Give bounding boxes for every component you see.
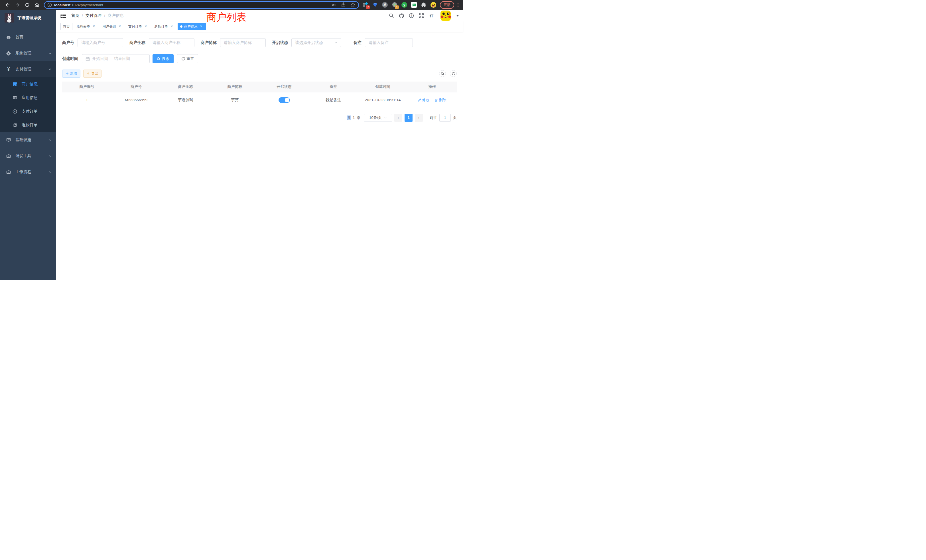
tags-view: 首页 流程表单 用户分组 支付订单 退款订单 商户信息 <box>56 21 463 32</box>
tab-label: 退款订单 <box>154 24 168 29</box>
export-button[interactable]: 导出 <box>83 70 101 77</box>
close-icon[interactable] <box>199 24 203 29</box>
bookmark-star-icon[interactable] <box>350 2 356 8</box>
refresh-table-button[interactable] <box>450 70 457 77</box>
fullscreen-button[interactable] <box>419 13 424 18</box>
home-icon <box>34 2 39 8</box>
share-icon[interactable] <box>341 2 346 8</box>
page-size-value: 10条/页 <box>369 115 382 120</box>
extension-gray-circle-icon[interactable]: 1 <box>392 2 398 8</box>
page-1-button[interactable]: 1 <box>404 114 413 122</box>
delete-link[interactable]: 删除 <box>434 97 446 103</box>
github-link[interactable] <box>399 13 404 18</box>
close-icon[interactable] <box>169 24 174 29</box>
puzzle-glyph <box>421 2 427 8</box>
svg-text:i: i <box>49 3 50 6</box>
add-button[interactable]: 新增 <box>62 70 80 77</box>
filter-row-1: 商户号 请输入商户号 商户全称 请输入商户全称 商户简称 请输入商户简称 开启状… <box>62 38 457 47</box>
tab-merchant-info[interactable]: 商户信息 <box>178 23 206 30</box>
show-search-toggle-button[interactable] <box>439 70 446 77</box>
close-icon[interactable] <box>92 24 96 29</box>
breadcrumb-pay[interactable]: 支付管理 <box>86 13 101 18</box>
sidebar-item-pay-order[interactable]: ¥ 支付订单 <box>0 104 56 118</box>
sidebar-item-home[interactable]: 首页 <box>0 29 56 45</box>
sidebar-item-label: 应用信息 <box>22 95 38 100</box>
refresh-icon <box>452 72 455 76</box>
close-icon[interactable] <box>144 24 148 29</box>
browser-home-button[interactable] <box>32 1 42 9</box>
password-key-icon[interactable] <box>331 2 336 8</box>
tab-process-form[interactable]: 流程表单 <box>74 23 98 30</box>
grid-icon <box>12 95 17 100</box>
sidebar-item-merchant-info[interactable]: 商户信息 <box>0 77 56 91</box>
close-icon[interactable] <box>118 24 122 29</box>
extension-chat-icon[interactable] <box>411 2 417 8</box>
search-button[interactable]: 搜索 <box>153 54 174 63</box>
sidebar-item-pay[interactable]: ¥ 支付管理 <box>0 61 56 77</box>
sidebar-item-refund-order[interactable]: 退款订单 <box>0 118 56 132</box>
merchant-no-input[interactable]: 请输入商户号 <box>77 38 123 47</box>
sidebar-item-app-info[interactable]: 应用信息 <box>0 91 56 104</box>
browser-reload-button[interactable] <box>22 1 32 9</box>
status-select[interactable]: 请选择开启状态 <box>291 38 341 47</box>
cell-merchant-id: 1 <box>62 92 112 108</box>
avatar-caret-icon[interactable] <box>456 15 459 17</box>
extension-emoji-icon[interactable] <box>430 2 436 8</box>
app-logo[interactable]: 芋道管理系统 <box>0 10 56 26</box>
breadcrumb-home[interactable]: 首页 <box>71 13 79 18</box>
extension-y-icon[interactable]: y <box>401 2 407 8</box>
reload-icon <box>24 2 30 8</box>
github-icon <box>399 13 404 18</box>
goto-page-input[interactable] <box>439 114 451 122</box>
search-icon <box>441 72 445 76</box>
page-size-select[interactable]: 10条/页 <box>364 114 392 122</box>
extensions-puzzle-icon[interactable] <box>421 2 427 8</box>
storefront-icon <box>12 82 17 86</box>
cell-short-name: 芋艿 <box>210 92 259 108</box>
browser-menu-button[interactable] <box>456 3 460 7</box>
header-search-button[interactable] <box>389 13 394 18</box>
status-toggle-on[interactable] <box>278 97 290 103</box>
tab-pay-order[interactable]: 支付订单 <box>126 23 150 30</box>
col-full-name: 商户全称 <box>161 82 210 92</box>
extension-blue-diamond-icon[interactable]: 10 <box>362 2 369 8</box>
reset-button[interactable]: 重置 <box>177 54 198 63</box>
short-name-input[interactable]: 请输入商户简称 <box>220 38 266 47</box>
placeholder: 请输入商户全称 <box>153 40 180 45</box>
browser-update-button[interactable]: 更新 <box>440 1 454 9</box>
prev-page-button[interactable]: ‹ <box>394 114 402 122</box>
sidebar-item-dev-tools[interactable]: 研发工具 <box>0 148 56 164</box>
extension-command-icon[interactable]: ⌘ <box>382 2 388 8</box>
refresh-icon <box>181 57 185 61</box>
delete-label: 删除 <box>439 97 446 103</box>
remark-input[interactable]: 请输入备注 <box>365 38 413 47</box>
site-info-icon[interactable]: i <box>47 3 52 7</box>
help-button[interactable]: ? <box>409 13 414 18</box>
edit-link[interactable]: 修改 <box>418 97 430 103</box>
sidebar-item-system[interactable]: 系统管理 <box>0 45 56 61</box>
sidebar-item-workflow[interactable]: 工作流程 <box>0 164 56 180</box>
full-name-input[interactable]: 请输入商户全称 <box>149 38 194 47</box>
tab-user-group[interactable]: 用户分组 <box>100 23 124 30</box>
browser-back-button[interactable] <box>3 1 12 9</box>
search-icon <box>389 13 394 18</box>
next-page-button[interactable]: › <box>415 114 423 122</box>
extension-paraglider-icon[interactable] <box>372 2 378 8</box>
font-size-button[interactable]: tT <box>429 13 434 18</box>
tab-home[interactable]: 首页 <box>61 23 73 30</box>
cell-full-name: 芋道源码 <box>161 92 210 108</box>
sidebar-item-infra[interactable]: 基础设施 <box>0 132 56 148</box>
svg-text:?: ? <box>410 14 412 17</box>
edit-label: 修改 <box>422 97 430 103</box>
address-bar[interactable]: i localhost:1024/pay/merchant <box>44 1 359 9</box>
toolbox-icon <box>6 154 11 158</box>
date-range-picker[interactable]: 开始日期 - 结束日期 <box>82 54 150 63</box>
edit-pencil-icon <box>418 98 421 102</box>
user-avatar[interactable] <box>440 11 451 21</box>
browser-forward-button[interactable] <box>12 1 22 9</box>
tab-refund-order[interactable]: 退款订单 <box>152 23 176 30</box>
sidebar-collapse-button[interactable] <box>61 13 66 18</box>
total-prefix: 共 <box>347 115 351 120</box>
active-dot <box>180 26 183 28</box>
y-glyph: y <box>401 2 407 8</box>
